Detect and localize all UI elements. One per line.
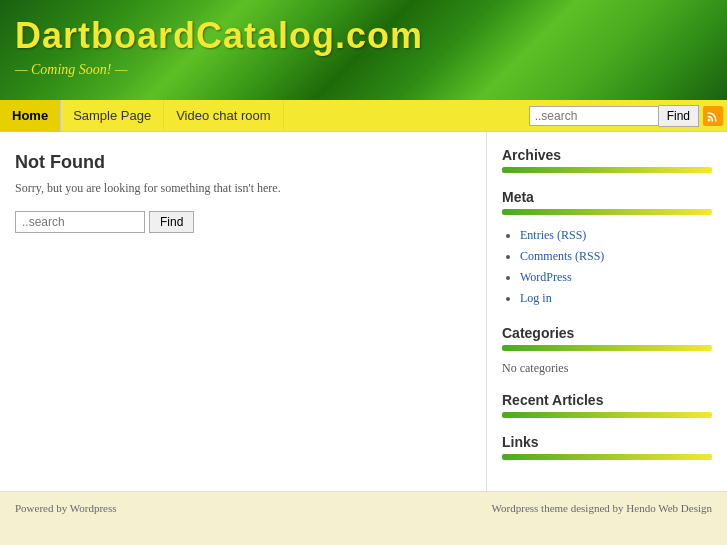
archives-divider <box>502 167 712 173</box>
list-item: Entries (RSS) <box>520 225 712 246</box>
rss-icon[interactable] <box>703 106 723 126</box>
sidebar-archives: Archives <box>502 147 712 173</box>
nav-find-button[interactable]: Find <box>659 105 699 127</box>
meta-title: Meta <box>502 189 712 205</box>
nav-search-area: Find <box>529 105 727 127</box>
content-area: Not Found Sorry, but you are looking for… <box>0 132 487 491</box>
not-found-title: Not Found <box>15 152 466 173</box>
categories-title: Categories <box>502 325 712 341</box>
sidebar: Archives Meta Entries (RSS) Comments (RS… <box>487 132 727 491</box>
links-divider <box>502 454 712 460</box>
links-title: Links <box>502 434 712 450</box>
sidebar-meta: Meta Entries (RSS) Comments (RSS) WordPr… <box>502 189 712 309</box>
meta-divider <box>502 209 712 215</box>
nav-home[interactable]: Home <box>0 100 61 132</box>
list-item: WordPress <box>520 267 712 288</box>
archives-title: Archives <box>502 147 712 163</box>
content-search-input[interactable] <box>15 211 145 233</box>
not-found-message: Sorry, but you are looking for something… <box>15 181 466 196</box>
entries-rss-link[interactable]: Entries (RSS) <box>520 226 712 245</box>
nav-search-input[interactable] <box>529 106 659 126</box>
sidebar-recent-articles: Recent Articles <box>502 392 712 418</box>
login-link[interactable]: Log in <box>520 289 712 308</box>
sidebar-links: Links <box>502 434 712 460</box>
site-tagline: — Coming Soon! — <box>15 62 127 78</box>
wordpress-link[interactable]: WordPress <box>520 268 712 287</box>
navigation-bar: Home Sample Page Video chat room Find <box>0 100 727 132</box>
nav-sample-page[interactable]: Sample Page <box>61 100 164 132</box>
site-title: DartboardCatalog.com <box>15 15 423 57</box>
site-footer: Powered by Wordpress Wordpress theme des… <box>0 491 727 524</box>
svg-point-0 <box>708 118 711 121</box>
categories-text: No categories <box>502 361 712 376</box>
footer-left: Powered by Wordpress <box>15 502 117 514</box>
recent-articles-title: Recent Articles <box>502 392 712 408</box>
footer-right: Wordpress theme designed by Hendo Web De… <box>492 502 712 514</box>
site-header: DartboardCatalog.com — Coming Soon! — <box>0 0 727 100</box>
nav-video-chat[interactable]: Video chat room <box>164 100 283 132</box>
content-find-button[interactable]: Find <box>149 211 194 233</box>
meta-list: Entries (RSS) Comments (RSS) WordPress L… <box>502 225 712 309</box>
sidebar-categories: Categories No categories <box>502 325 712 376</box>
nav-links: Home Sample Page Video chat room <box>0 100 529 132</box>
comments-rss-link[interactable]: Comments (RSS) <box>520 247 712 266</box>
list-item: Comments (RSS) <box>520 246 712 267</box>
categories-divider <box>502 345 712 351</box>
list-item: Log in <box>520 288 712 309</box>
main-wrapper: Not Found Sorry, but you are looking for… <box>0 132 727 491</box>
recent-articles-divider <box>502 412 712 418</box>
content-search-form: Find <box>15 211 466 233</box>
